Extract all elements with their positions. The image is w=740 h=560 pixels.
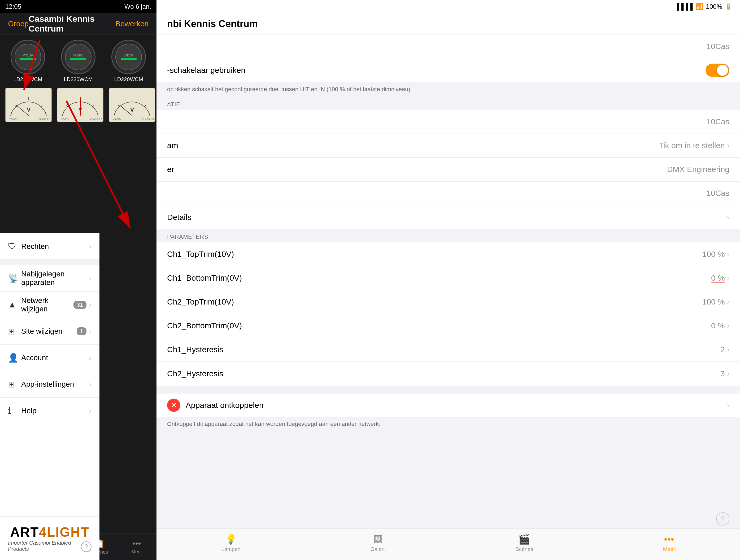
tab-label: Meer: [131, 549, 142, 555]
status-bar-right: ▐▐▐▐ 📶 100% 🔋: [157, 0, 740, 13]
device-circle-1: VAD190: [11, 40, 45, 74]
list-item[interactable]: VAD190 LD220WCM: [11, 40, 45, 83]
tab-bar-right: 💡 Lampen 🖼 Galerij 🎬 Scènes ••• Meer: [157, 528, 740, 560]
voltmeter-1: V YS-67b CLASS 2.5: [5, 88, 52, 122]
disconnect-icon: ✕: [167, 399, 180, 412]
svg-text:YS-67b: YS-67b: [113, 118, 121, 121]
param-row-ch2-bottomtrim[interactable]: Ch2_BottomTrim(0V) 0 % ›: [157, 314, 740, 338]
sidebar-menu: 🛡 Rechten › 📡 Nabijgelegen apparaten › ▲…: [0, 233, 99, 560]
device-circle-2: VAD190: [61, 40, 95, 74]
device-name-2: LD220WCM: [64, 76, 93, 83]
config-section-label: ATIE: [167, 101, 180, 108]
wifi-icon: 📶: [696, 3, 704, 10]
tab-meer-left[interactable]: ••• Meer: [131, 539, 142, 555]
tab-label: Lampen: [221, 546, 241, 552]
sidebar-label-nabijgelegen: Nabijgelegen apparaten: [21, 270, 89, 287]
svg-text:CLASS 2.5: CLASS 2.5: [142, 118, 154, 121]
config-row-details[interactable]: Details ›: [157, 205, 740, 229]
list-item[interactable]: V YS-67b CLASS 2.5: [57, 88, 103, 122]
list-item[interactable]: VAD190 LD220WCM: [61, 40, 95, 83]
params-section-label: PARAMETERS: [167, 233, 208, 240]
settings-row-title: 10Cas: [157, 34, 740, 58]
chevron-icon: ›: [89, 380, 92, 388]
sidebar-item-nabijgelegen[interactable]: 📡 Nabijgelegen apparaten ›: [0, 265, 99, 292]
param-row-ch1-toptrim[interactable]: Ch1_TopTrim(10V) 100 % ›: [157, 242, 740, 266]
config-value-details: ›: [727, 213, 729, 222]
tab-lampen-right[interactable]: 💡 Lampen: [221, 534, 241, 552]
device-circle-3: VAD190: [111, 40, 146, 74]
scenes-icon: 🎬: [518, 534, 530, 545]
sidebar-item-app-instellingen[interactable]: ⊞ App-instellingen ›: [0, 371, 99, 398]
settings-icon: ⊞: [8, 379, 21, 389]
nav-bar-right: nbi Kennis Centrum: [157, 13, 740, 34]
device-name-1: LD220WCM: [13, 76, 42, 83]
disconnect-group: ✕ Apparaat ontkoppelen ›: [157, 394, 740, 418]
config-label-am: am: [167, 141, 659, 150]
toggle-label: -schakelaar gebruiken: [167, 66, 706, 75]
shield-icon: 🛡: [8, 241, 21, 251]
settings-group-title: 10Cas: [157, 34, 740, 58]
nav-bar-left: Groep Casambi Kennis Centrum Bewerken: [0, 13, 157, 34]
svg-text:CLASS 2.5: CLASS 2.5: [90, 118, 102, 121]
params-section-header: PARAMETERS: [157, 229, 740, 242]
svg-text:V: V: [130, 106, 134, 113]
sidebar-item-netwerk[interactable]: ▲ Netwerk wijzigen 31 ›: [0, 292, 99, 318]
settings-title-value: 10Cas: [706, 42, 729, 51]
disconnect-row[interactable]: ✕ Apparaat ontkoppelen ›: [157, 394, 740, 418]
sidebar-label-site: Site wijzigen: [21, 327, 77, 336]
voltmeter-3: V YS-67b CLASS 2.5: [109, 88, 155, 122]
right-panel: ▐▐▐▐ 📶 100% 🔋 nbi Kennis Centrum 10Cas -…: [157, 0, 740, 560]
list-item[interactable]: V YS-67b CLASS 2.5: [109, 88, 155, 122]
svg-text:YS-67b: YS-67b: [61, 118, 69, 121]
chevron-icon: ›: [89, 301, 92, 309]
param-row-ch2-hysteresis[interactable]: Ch2_Hysteresis 3 ›: [157, 362, 740, 385]
sidebar-footer: ART4LIGHT Importer Casambi Enabled Produ…: [0, 516, 99, 560]
help-button-right[interactable]: ?: [716, 512, 729, 526]
toggle-switch[interactable]: [706, 64, 729, 77]
sidebar-item-account[interactable]: 👤 Account ›: [0, 345, 99, 371]
sidebar-item-rechten[interactable]: 🛡 Rechten ›: [0, 233, 99, 260]
tab-scenes-right[interactable]: 🎬 Scènes: [516, 534, 533, 552]
list-item[interactable]: V YS-67b CLASS 2.5: [5, 88, 52, 122]
account-icon: 👤: [8, 353, 21, 363]
more-icon: •••: [132, 539, 141, 548]
config-row-am[interactable]: am Tik om in te stellen ›: [157, 134, 740, 158]
time-left: 12:05: [5, 3, 21, 10]
sidebar-label-app-instellingen: App-instellingen: [21, 380, 89, 388]
help-button-sidebar[interactable]: ?: [81, 542, 92, 552]
param-row-ch1-bottomtrim[interactable]: Ch1_BottomTrim(0V) 0 % ›: [157, 266, 740, 290]
config-value-am: Tik om in te stellen ›: [659, 141, 729, 150]
svg-text:YS-67b: YS-67b: [9, 118, 17, 121]
edit-button[interactable]: Bewerken: [115, 20, 149, 28]
tab-label: Scènes: [516, 546, 533, 552]
param-value-ch1-bottomtrim: 0 % ›: [711, 273, 729, 283]
section-gap: [0, 260, 99, 265]
param-label-ch1-bottomtrim: Ch1_BottomTrim(0V): [167, 273, 711, 283]
svg-rect-20: [109, 88, 155, 122]
config-label-details: Details: [167, 213, 727, 222]
info-icon: ℹ: [8, 406, 21, 416]
section-gap: [157, 385, 740, 394]
sidebar-item-site[interactable]: ⊞ Site wijzigen 1 ›: [0, 318, 99, 345]
chevron-icon: ›: [89, 274, 92, 283]
chevron-icon: ›: [89, 407, 92, 415]
battery-pct: 100%: [706, 3, 722, 10]
param-value-ch2-bottomtrim: 0 % ›: [711, 321, 729, 330]
tab-label: Galerij: [370, 546, 386, 552]
tab-galerij-right[interactable]: 🖼 Galerij: [370, 534, 386, 552]
sidebar-label-netwerk: Netwerk wijzigen: [21, 296, 74, 313]
param-label-ch2-hysteresis: Ch2_Hysteresis: [167, 369, 720, 378]
voltmeter-2: V YS-67b CLASS 2.5: [57, 88, 103, 122]
sidebar-item-help[interactable]: ℹ Help ›: [0, 398, 99, 424]
param-label-ch1-hysteresis: Ch1_Hysteresis: [167, 345, 720, 354]
params-group: Ch1_TopTrim(10V) 100 % › Ch1_BottomTrim(…: [157, 242, 740, 385]
tab-meer-right[interactable]: ••• Meer: [663, 534, 675, 552]
param-row-ch1-hysteresis[interactable]: Ch1_Hysteresis 2 ›: [157, 338, 740, 362]
art4light-logo: ART4LIGHT Importer Casambi Enabled Produ…: [8, 525, 92, 552]
disconnect-description: Ontkoppelt dit apparaat zodat het kan wo…: [157, 418, 740, 431]
back-button[interactable]: Groep: [8, 20, 29, 28]
list-item[interactable]: VAD190 LD220WCM: [111, 40, 146, 83]
logo-subtitle: Importer Casambi Enabled Products: [8, 540, 92, 552]
lamp-icon: 💡: [225, 534, 237, 545]
param-row-ch2-toptrim[interactable]: Ch2_TopTrim(10V) 100 % ›: [157, 290, 740, 314]
